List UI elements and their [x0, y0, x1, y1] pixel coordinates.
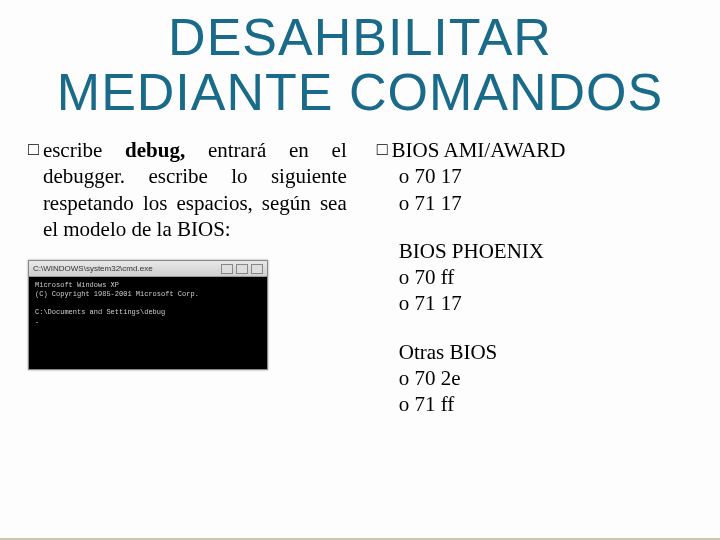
- left-paragraph: escribe debug, entrará en el debugger. e…: [43, 137, 347, 242]
- bios2-block: BIOS PHOENIX o 70 ff o 71 17: [399, 238, 696, 317]
- bullet-icon: □: [28, 137, 39, 162]
- bullet-icon: □: [377, 137, 388, 162]
- left-bullet-block: □ escribe debug, entrará en el debugger.…: [28, 137, 347, 242]
- bios1-lines: o 70 17 o 71 17: [399, 163, 696, 216]
- bios1-line1: o 70 17: [399, 163, 696, 189]
- bios3-line2: o 71 ff: [399, 391, 696, 417]
- left-text-bold: debug,: [125, 138, 185, 162]
- bios3-line1: o 70 2e: [399, 365, 696, 391]
- bios2-line1: o 70 ff: [399, 264, 696, 290]
- right-column: □ BIOS AMI/AWARD o 70 17 o 71 17 BIOS PH…: [377, 137, 696, 417]
- terminal-title-text: C:\WINDOWS\system32\cmd.exe: [33, 264, 218, 273]
- bios3-title: Otras BIOS: [399, 339, 696, 365]
- bios1-title: BIOS AMI/AWARD: [392, 137, 566, 163]
- terminal-body: Microsoft Windows XP (C) Copyright 1985-…: [29, 277, 267, 330]
- close-icon: [251, 264, 263, 274]
- left-column: □ escribe debug, entrará en el debugger.…: [28, 137, 347, 417]
- bios1-heading: □ BIOS AMI/AWARD: [377, 137, 696, 163]
- terminal-titlebar: C:\WINDOWS\system32\cmd.exe: [29, 261, 267, 277]
- bios2-title: BIOS PHOENIX: [399, 238, 696, 264]
- right-content: □ BIOS AMI/AWARD o 70 17 o 71 17 BIOS PH…: [377, 137, 696, 417]
- bios3-block: Otras BIOS o 70 2e o 71 ff: [399, 339, 696, 418]
- bios1-line2: o 71 17: [399, 190, 696, 216]
- maximize-icon: [236, 264, 248, 274]
- minimize-icon: [221, 264, 233, 274]
- terminal-screenshot: C:\WINDOWS\system32\cmd.exe Microsoft Wi…: [28, 260, 268, 370]
- slide: DESAHBILITAR MEDIANTE COMANDOS □ escribe…: [0, 0, 720, 540]
- slide-title: DESAHBILITAR MEDIANTE COMANDOS: [28, 10, 692, 119]
- left-text-pre: escribe: [43, 138, 125, 162]
- bios2-line2: o 71 17: [399, 290, 696, 316]
- content-columns: □ escribe debug, entrará en el debugger.…: [28, 137, 692, 417]
